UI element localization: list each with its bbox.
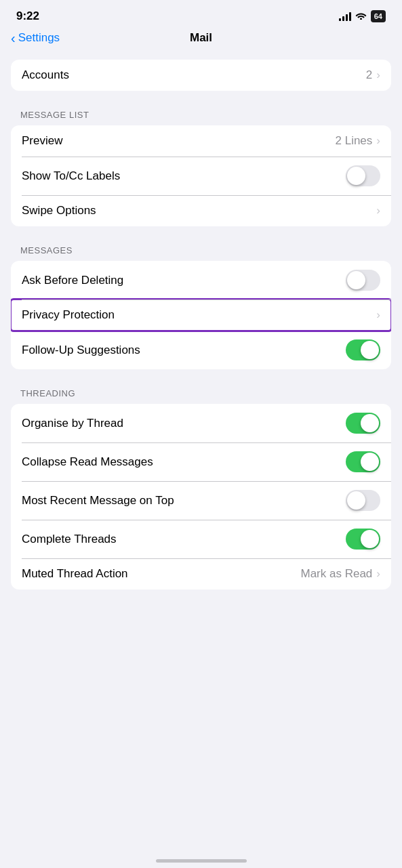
accounts-right: 2 › xyxy=(366,68,380,82)
back-button[interactable]: ‹ Settings xyxy=(11,31,60,45)
accounts-section: Accounts 2 › xyxy=(0,60,402,91)
back-label: Settings xyxy=(18,31,60,45)
organise-by-thread-row[interactable]: Organise by Thread xyxy=(11,404,391,442)
swipe-options-right: › xyxy=(376,204,380,218)
accounts-label: Accounts xyxy=(22,68,69,82)
muted-thread-label: Muted Thread Action xyxy=(22,567,128,581)
muted-thread-right: Mark as Read › xyxy=(301,567,381,581)
status-time: 9:22 xyxy=(16,9,39,23)
privacy-protection-chevron-icon: › xyxy=(376,308,380,322)
ask-before-deleting-toggle-knob xyxy=(347,271,365,289)
most-recent-toggle-knob xyxy=(347,491,365,510)
collapse-read-toggle-knob xyxy=(361,453,379,471)
preview-chevron-icon: › xyxy=(376,134,380,148)
show-tocc-label: Show To/Cc Labels xyxy=(22,169,120,183)
signal-icon xyxy=(339,12,351,21)
status-bar: 9:22 64 xyxy=(0,0,402,28)
preview-label: Preview xyxy=(22,134,62,148)
show-tocc-toggle-knob xyxy=(347,167,365,185)
threading-header: THREADING xyxy=(0,388,402,404)
message-list-section: MESSAGE LIST Preview 2 Lines › Show To/C… xyxy=(0,110,402,226)
message-list-header: MESSAGE LIST xyxy=(0,110,402,125)
show-tocc-toggle[interactable] xyxy=(346,165,380,186)
battery-icon: 64 xyxy=(371,10,386,22)
muted-thread-row[interactable]: Muted Thread Action Mark as Read › xyxy=(11,558,391,590)
privacy-protection-label: Privacy Protection xyxy=(22,308,115,322)
privacy-protection-right: › xyxy=(376,308,380,322)
messages-card: Ask Before Deleting Privacy Protection ›… xyxy=(11,261,391,369)
preview-right: 2 Lines › xyxy=(336,134,381,148)
organise-by-thread-toggle[interactable] xyxy=(346,413,380,434)
follow-up-toggle-knob xyxy=(361,341,379,359)
follow-up-label: Follow-Up Suggestions xyxy=(22,344,140,357)
follow-up-row[interactable]: Follow-Up Suggestions xyxy=(11,331,391,369)
most-recent-row[interactable]: Most Recent Message on Top xyxy=(11,481,391,520)
most-recent-label: Most Recent Message on Top xyxy=(22,494,174,508)
accounts-value: 2 xyxy=(366,68,372,82)
ask-before-deleting-row[interactable]: Ask Before Deleting xyxy=(11,261,391,299)
preview-value: 2 Lines xyxy=(336,134,373,148)
wifi-icon xyxy=(355,11,367,22)
threading-section: THREADING Organise by Thread Collapse Re… xyxy=(0,388,402,590)
swipe-options-chevron-icon: › xyxy=(376,204,380,218)
ask-before-deleting-label: Ask Before Deleting xyxy=(22,274,123,287)
collapse-read-toggle[interactable] xyxy=(346,451,380,472)
home-indicator xyxy=(156,859,247,863)
complete-threads-label: Complete Threads xyxy=(22,533,117,546)
show-tocc-row[interactable]: Show To/Cc Labels xyxy=(11,157,391,195)
messages-section: MESSAGES Ask Before Deleting Privacy Pro… xyxy=(0,245,402,369)
accounts-card: Accounts 2 › xyxy=(11,60,391,91)
messages-header: MESSAGES xyxy=(0,245,402,261)
collapse-read-row[interactable]: Collapse Read Messages xyxy=(11,442,391,481)
privacy-protection-row[interactable]: Privacy Protection › xyxy=(11,299,391,331)
swipe-options-row[interactable]: Swipe Options › xyxy=(11,195,391,226)
most-recent-toggle[interactable] xyxy=(346,490,380,511)
complete-threads-toggle[interactable] xyxy=(346,529,380,550)
collapse-read-label: Collapse Read Messages xyxy=(22,455,153,469)
muted-thread-chevron-icon: › xyxy=(376,567,380,581)
threading-card: Organise by Thread Collapse Read Message… xyxy=(11,404,391,590)
status-icons: 64 xyxy=(339,10,386,22)
page-title: Mail xyxy=(190,31,212,45)
swipe-options-label: Swipe Options xyxy=(22,204,96,218)
nav-bar: ‹ Settings Mail xyxy=(0,28,402,53)
follow-up-toggle[interactable] xyxy=(346,339,380,360)
organise-by-thread-label: Organise by Thread xyxy=(22,417,123,430)
message-list-card: Preview 2 Lines › Show To/Cc Labels Swip… xyxy=(11,125,391,226)
organise-by-thread-toggle-knob xyxy=(361,414,379,432)
complete-threads-toggle-knob xyxy=(361,530,379,548)
preview-row[interactable]: Preview 2 Lines › xyxy=(11,125,391,157)
back-chevron-icon: ‹ xyxy=(11,31,16,45)
accounts-chevron-icon: › xyxy=(376,68,380,82)
accounts-row[interactable]: Accounts 2 › xyxy=(11,60,391,91)
complete-threads-row[interactable]: Complete Threads xyxy=(11,520,391,558)
settings-content: Accounts 2 › MESSAGE LIST Preview 2 Line… xyxy=(0,53,402,615)
ask-before-deleting-toggle[interactable] xyxy=(346,270,380,291)
muted-thread-value: Mark as Read xyxy=(301,567,373,581)
